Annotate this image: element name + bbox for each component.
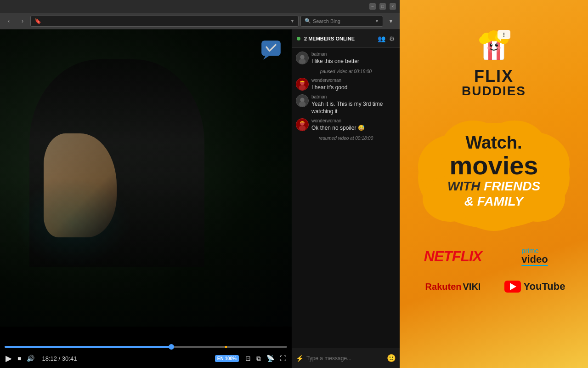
svg-point-30 xyxy=(495,44,498,47)
svg-point-34 xyxy=(497,47,501,49)
message-text: Ok then no spoiler 😅 xyxy=(311,124,396,132)
svg-point-13 xyxy=(299,101,306,106)
message-body: batman I like this one better xyxy=(311,52,396,65)
browser-area: – □ × ‹ › 🔖 ▼ 🔍 Search Bing ▼ ▼ xyxy=(0,0,400,368)
message-username: wonderwoman xyxy=(311,78,396,83)
settings-icon-button[interactable]: ⚙ xyxy=(389,35,395,42)
list-item: batman I like this one better xyxy=(296,52,396,65)
list-item: batman Yeah it is. This is my 3rd time w… xyxy=(296,94,396,116)
streaming-services: NETFLIX prime video Rakuten VIKI xyxy=(416,245,572,298)
svg-point-33 xyxy=(487,47,491,49)
video-frame xyxy=(0,29,292,327)
progress-thumb xyxy=(169,344,174,350)
system-message: resumed video at 00:18:00 xyxy=(296,135,396,142)
svg-rect-0 xyxy=(261,40,281,56)
logo-area: ! FLIX BUDDIES xyxy=(462,14,526,98)
maximize-button[interactable]: □ xyxy=(379,3,386,10)
progress-marker xyxy=(225,346,227,348)
stop-button[interactable]: ■ xyxy=(17,354,22,363)
list-item: wonderwoman I hear it's good xyxy=(296,78,396,92)
video-player[interactable]: ▶ ■ 🔊 18:12 / 30:41 EN 100% ⊡ ⧉ 📡 ⛶ xyxy=(0,29,292,368)
avatar xyxy=(296,118,309,131)
play-pause-button[interactable]: ▶ xyxy=(5,352,13,364)
close-button[interactable]: × xyxy=(390,3,396,10)
cloud-container: Watch. movies WITH FRIENDS & FAMILY xyxy=(409,107,579,236)
avatar xyxy=(296,94,309,107)
svg-point-26 xyxy=(479,36,488,44)
chat-input[interactable] xyxy=(306,355,384,362)
netflix-badge: NETFLIX xyxy=(416,245,490,268)
progress-fill xyxy=(5,346,171,348)
progress-bar[interactable] xyxy=(5,346,287,348)
chat-header-icons: 👥 ⚙ xyxy=(378,35,395,42)
svg-point-4 xyxy=(299,59,306,64)
youtube-badge: YouTube xyxy=(498,275,572,298)
prime-logo: prime video xyxy=(521,247,548,266)
youtube-play-icon xyxy=(510,283,516,290)
svg-point-3 xyxy=(300,55,304,59)
search-dropdown: ▼ xyxy=(375,19,379,23)
message-username: batman xyxy=(311,94,396,99)
youtube-icon xyxy=(504,281,521,293)
scene-overlay xyxy=(0,29,292,327)
list-item: wonderwoman Ok then no spoiler 😅 xyxy=(296,118,396,132)
browser-chrome: – □ × xyxy=(0,0,400,13)
emoji-button[interactable]: 🙂 xyxy=(387,354,396,362)
language-text: EN xyxy=(217,356,224,361)
logo-flix-text: FLIX xyxy=(462,68,526,85)
fullscreen-button[interactable]: ⛶ xyxy=(279,354,287,363)
volume-button[interactable]: 🔊 xyxy=(26,354,35,363)
back-button[interactable]: ‹ xyxy=(3,15,15,27)
svg-point-18 xyxy=(299,126,306,131)
promo-panel: ! FLIX BUDDIES xyxy=(400,0,588,368)
chat-header: 2 MEMBERS ONLINE 👥 ⚙ xyxy=(292,29,400,48)
controls-right: ⊡ ⧉ 📡 ⛶ xyxy=(244,354,287,363)
search-bar[interactable]: 🔍 Search Bing ▼ xyxy=(300,16,383,27)
message-text: Yeah it is. This is my 3rd time watching… xyxy=(311,100,396,116)
flixbuddies-overlay-icon xyxy=(260,39,283,62)
time-display: 18:12 / 30:41 xyxy=(42,355,77,362)
search-text: Search Bing xyxy=(313,18,340,24)
message-body: batman Yeah it is. This is my 3rd time w… xyxy=(311,94,396,116)
chat-messages: batman I like this one better paused vid… xyxy=(292,48,400,348)
chat-sidebar: 2 MEMBERS ONLINE 👥 ⚙ xyxy=(292,29,400,368)
message-text: I like this one better xyxy=(311,58,396,65)
viki-logo: VIKI xyxy=(463,282,481,292)
message-body: wonderwoman I hear it's good xyxy=(311,78,396,92)
volume-percent: 100% xyxy=(225,356,237,361)
mascot-icon: ! xyxy=(471,14,517,64)
avatar xyxy=(296,52,309,64)
message-username: wonderwoman xyxy=(311,118,396,123)
dropdown-arrow: ▼ xyxy=(290,19,294,23)
svg-point-29 xyxy=(490,44,492,47)
online-indicator xyxy=(297,37,300,40)
youtube-text: YouTube xyxy=(524,281,565,293)
cast-button[interactable]: 📡 xyxy=(266,354,275,363)
message-body: wonderwoman Ok then no spoiler 😅 xyxy=(311,118,396,132)
svg-point-12 xyxy=(300,98,304,102)
subtitles-button[interactable]: ⊡ xyxy=(244,354,252,363)
lightning-icon: ⚡ xyxy=(296,355,304,362)
svg-point-31 xyxy=(491,44,492,45)
movies-text: movies xyxy=(447,153,540,178)
browser-toolbar: ‹ › 🔖 ▼ 🔍 Search Bing ▼ ▼ xyxy=(0,13,400,29)
minimize-button[interactable]: – xyxy=(369,3,376,10)
pip-button[interactable]: ⧉ xyxy=(255,354,262,363)
forward-button[interactable]: › xyxy=(17,15,28,27)
search-icon: 🔍 xyxy=(305,18,311,24)
watch-text: Watch. xyxy=(447,133,540,153)
content-area: ▶ ■ 🔊 18:12 / 30:41 EN 100% ⊡ ⧉ 📡 ⛶ xyxy=(0,29,400,368)
language-badge[interactable]: EN 100% xyxy=(215,355,239,362)
system-message: paused video at 00:18:00 xyxy=(296,68,396,75)
prime-video-text: video xyxy=(521,254,548,264)
members-count: 2 MEMBERS ONLINE xyxy=(304,36,374,41)
address-bar[interactable]: 🔖 ▼ xyxy=(30,16,299,27)
logo-buddies-text: BUDDIES xyxy=(462,85,526,98)
menu-button[interactable]: ▼ xyxy=(385,15,397,27)
video-scene xyxy=(0,29,292,327)
members-icon-button[interactable]: 👥 xyxy=(378,35,385,42)
chat-input-area: ⚡ 🙂 xyxy=(292,348,400,368)
video-controls: ▶ ■ 🔊 18:12 / 30:41 EN 100% ⊡ ⧉ 📡 ⛶ xyxy=(0,327,292,368)
rakuten-logo: Rakuten xyxy=(425,282,462,292)
netflix-logo: NETFLIX xyxy=(424,248,482,265)
